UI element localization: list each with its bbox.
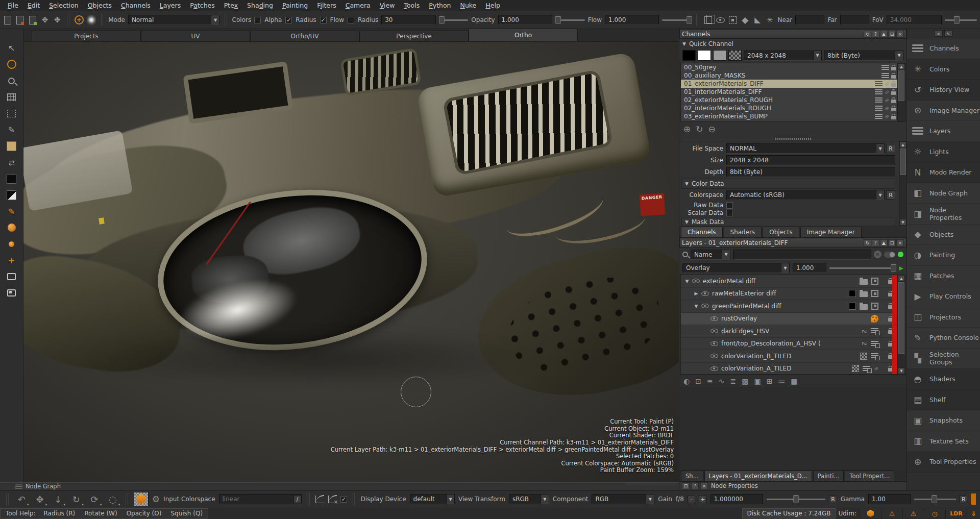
lock-icon[interactable]	[891, 75, 896, 79]
slider-thumb[interactable]	[932, 495, 937, 503]
scalar-data-checkbox[interactable]	[726, 210, 733, 216]
view-tab-perspective[interactable]: Perspective	[359, 31, 469, 41]
channel-list-scrollbar[interactable]: ▲	[897, 63, 905, 121]
add-procedural-icon[interactable]: ∿	[719, 377, 725, 385]
float-icon[interactable]: ⊡	[888, 31, 896, 38]
raw-data-checkbox[interactable]	[726, 202, 733, 209]
expander-down-icon[interactable]: ▼	[692, 304, 700, 309]
dolly-view-button[interactable]: ↓	[51, 492, 65, 506]
component-dropdown[interactable]: RGB▼	[592, 494, 654, 504]
play-icon[interactable]: ▶	[899, 265, 903, 271]
clock-icon[interactable]: ◷	[924, 508, 945, 518]
visibility-button[interactable]	[716, 13, 725, 27]
sidebar-item-shelf[interactable]: ▤Shelf	[907, 390, 980, 411]
sidebar-item-node-properties[interactable]: ◨Node Properties	[907, 204, 980, 225]
checkbox-flow-2[interactable]: ✓	[320, 17, 327, 23]
menu-shading[interactable]: Shading	[242, 1, 278, 10]
lock-icon[interactable]	[891, 108, 896, 111]
curve-disable-icon[interactable]	[328, 496, 337, 503]
foreground-color-swatch[interactable]	[3, 138, 20, 154]
help-icon[interactable]: ?	[691, 482, 699, 489]
transform-paint-button[interactable]: ✥	[40, 13, 50, 27]
quick-channel-section[interactable]: ▼ Quick Channel	[679, 39, 906, 49]
color-data-section[interactable]: ▼ Color Data	[681, 179, 895, 189]
tab-channels[interactable]: Channels	[681, 227, 723, 237]
grid-view-icon[interactable]: ▦	[791, 377, 797, 385]
near-field[interactable]	[795, 15, 824, 25]
blend-amount-slider[interactable]	[829, 267, 896, 269]
menu-layers[interactable]: Layers	[155, 1, 185, 10]
scroll-thumb[interactable]	[898, 282, 904, 354]
menu-nuke[interactable]: Nuke	[456, 1, 481, 10]
close-icon[interactable]: ×	[896, 31, 904, 38]
eye-icon[interactable]	[710, 329, 718, 333]
channels-panel-header[interactable]: Channels ↻?▲⊡×	[679, 29, 906, 39]
wireframe-toggle-button[interactable]	[703, 13, 713, 27]
sidebar-item-patches[interactable]: ▦Patches	[907, 266, 980, 287]
scroll-up-icon[interactable]: ▲	[899, 141, 906, 148]
eye-icon[interactable]	[710, 316, 718, 321]
bottom-tab[interactable]: Painti...	[813, 471, 844, 481]
orbit-view-button[interactable]: ⟳	[87, 492, 102, 506]
float-icon[interactable]: ⊡	[888, 239, 896, 246]
paint-buffer-frame[interactable]	[3, 269, 20, 284]
blur-tool[interactable]	[3, 220, 20, 235]
bottom-tab[interactable]: Tool Propert...	[845, 471, 894, 481]
scroll-up-icon[interactable]: ▲	[898, 63, 905, 70]
flow-slider[interactable]	[662, 19, 691, 21]
eye-icon[interactable]	[710, 354, 718, 358]
white-swatch[interactable]	[698, 50, 711, 61]
new-project-button[interactable]	[3, 13, 12, 27]
slider-thumb[interactable]	[793, 495, 799, 503]
eye-icon[interactable]	[710, 341, 718, 346]
checkbox-alpha-0[interactable]	[254, 17, 261, 23]
node-properties-collapsed-bar[interactable]: ⊡ ? × Node Properties	[679, 481, 906, 490]
expand-all-icon[interactable]: »	[935, 30, 943, 37]
transfer-icon[interactable]: ⊞	[767, 377, 773, 385]
gain-minus-button[interactable]: -	[688, 495, 695, 503]
node-graph-collapsed-bar[interactable]: Node Graph	[0, 482, 679, 490]
gradient-swatch[interactable]	[3, 187, 20, 203]
sidebar-item-shaders[interactable]: ◓Shaders	[907, 369, 980, 390]
sidebar-item-play-controls[interactable]: ▶Play Controls	[907, 286, 980, 307]
panel-splitter[interactable]	[679, 136, 906, 141]
pin-cursor-icon[interactable]: ↖	[944, 30, 952, 37]
collapse-icon[interactable]: ▲	[880, 31, 888, 38]
flat-mode-button[interactable]: ◣	[753, 13, 762, 27]
layers-search-input[interactable]	[733, 250, 871, 260]
list-view-icon[interactable]: ≔	[778, 377, 785, 385]
add-paint-tool[interactable]	[3, 253, 20, 268]
colorspace-dropdown[interactable]: Automatic (sRGB)▼	[726, 190, 885, 200]
scroll-down-icon[interactable]: ▼	[899, 219, 906, 226]
focus-view-button[interactable]: ◌	[105, 492, 120, 506]
expander-right-icon[interactable]: ▶	[692, 291, 700, 296]
transparent-swatch[interactable]	[728, 50, 742, 61]
blend-amount-field[interactable]: 1.000	[793, 263, 826, 273]
menu-painting[interactable]: Painting	[278, 1, 312, 10]
patch-select-button[interactable]	[728, 13, 737, 27]
opacity-field[interactable]: 1.000	[498, 15, 552, 25]
radius-slider[interactable]	[439, 19, 469, 21]
sidebar-item-snapshots[interactable]: ▣Snapshots	[907, 410, 980, 431]
sidebar-item-painting[interactable]: ◑Painting	[907, 245, 980, 266]
quick-channel-size-dropdown[interactable]: 2048 x 2048▼	[744, 51, 822, 61]
checkbox-radius-3[interactable]	[348, 17, 354, 23]
scroll-thumb[interactable]	[900, 149, 906, 175]
collapse-icon[interactable]: ▲	[880, 239, 888, 246]
layer-row[interactable]: rustOverlay	[681, 313, 905, 326]
uv-grid-tool[interactable]	[3, 89, 20, 105]
export-button[interactable]	[15, 13, 24, 27]
file-space-dropdown[interactable]: NORMAL▼	[726, 143, 885, 154]
channel-row[interactable]: 01_exteriorMaterials_DIFF∞	[681, 80, 905, 88]
sidebar-item-node-graph[interactable]: ◧Node Graph	[907, 183, 980, 204]
add-channel-button[interactable]: ⊕	[683, 124, 691, 134]
layer-row[interactable]: ▼greenPaintedMetal diff	[681, 300, 905, 313]
help-icon[interactable]: ?	[872, 31, 879, 38]
import-button[interactable]	[28, 13, 37, 27]
slider-thumb[interactable]	[954, 16, 960, 24]
brush-tip-preview[interactable]	[87, 13, 96, 27]
swap-colors[interactable]	[3, 155, 20, 170]
channel-row[interactable]: 02_interiorMaterials_ROUGH∞	[681, 104, 905, 112]
sidebar-item-python-console[interactable]: ✎Python Console	[907, 328, 980, 349]
checkbox-radius-1[interactable]: ✓	[285, 17, 292, 23]
